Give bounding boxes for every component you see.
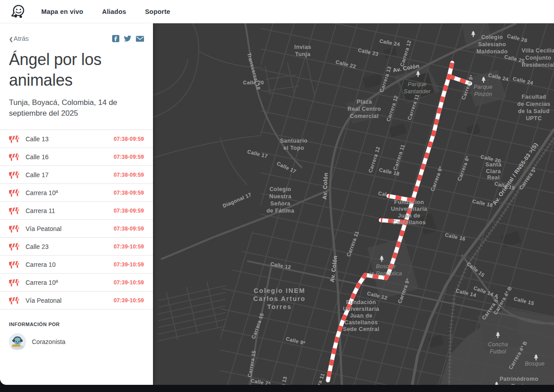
closure-street-name: Carrera 11 [26, 207, 113, 214]
closure-row[interactable]: Calle 1307:38-09:59 [0, 130, 153, 148]
road-closure-barrier-icon [9, 224, 20, 233]
closure-row[interactable]: Carrera 10ª07:38-09:59 [0, 184, 153, 202]
map-label: SantaClaraReal [485, 161, 502, 181]
road-closure-barrier-icon [9, 152, 20, 161]
closure-time-range: 07:38-09:59 [113, 208, 144, 214]
map-label: Calle 20 [243, 80, 264, 85]
nav-links: Mapa en vivo Aliados Soporte [41, 8, 170, 15]
road-closure-barrier-icon [9, 260, 20, 269]
closure-list: Calle 1307:38-09:59Calle 1607:38-09:59Ca… [0, 130, 153, 309]
closure-row[interactable]: Carrera 1107:38-09:59 [0, 202, 153, 220]
closure-time-range: 07:38-09:59 [113, 154, 144, 160]
email-icon[interactable] [136, 36, 144, 42]
road-closure-barrier-icon [9, 188, 20, 197]
road-closure-barrier-icon [9, 296, 20, 305]
closure-street-name: Carrera 10ª [26, 279, 113, 286]
road-closure-barrier-icon [9, 278, 20, 287]
road-closure-barrier-icon [9, 134, 20, 144]
event-location-date: Tunja, Boyacá, Colombia, 14 de septiembr… [9, 97, 144, 119]
closure-row[interactable]: Calle 1707:38-09:59 [0, 166, 153, 184]
closure-time-range: 07:39-10:59 [113, 297, 144, 304]
closure-time-range: 07:38-09:59 [113, 136, 144, 142]
bottom-bar [0, 385, 554, 392]
info-by-label: INFORMACIÓN POR [9, 322, 144, 327]
closure-row[interactable]: Carrera 1007:39-10:59 [0, 256, 153, 274]
info-provider-name: Corazonista [32, 338, 65, 345]
back-link[interactable]: ❮ Atrás [9, 35, 29, 42]
closure-street-name: Carrera 10ª [26, 189, 113, 196]
share-buttons [112, 35, 144, 42]
closure-street-name: Calle 17 [26, 171, 113, 179]
back-label: Atrás [13, 35, 29, 42]
road-closure-barrier-icon [9, 170, 20, 179]
road-closure-barrier-icon [9, 242, 20, 251]
road-closure-barrier-icon [9, 206, 20, 215]
closure-street-name: Calle 16 [26, 153, 113, 161]
map-label: Villa CeciliaConjuntoResidencial [522, 48, 554, 68]
closure-time-range: 07:38-09:59 [113, 226, 144, 232]
map-label: Bosque [525, 361, 545, 367]
closure-time-range: 07:39-10:59 [113, 279, 144, 286]
avatar [9, 333, 26, 350]
closure-street-name: Carrera 10 [26, 261, 113, 268]
event-sidebar: ❮ Atrás Ángel por los animales Tunja, Bo… [0, 23, 153, 385]
waze-logo-icon[interactable] [10, 3, 26, 20]
closure-time-range: 07:38-09:59 [113, 190, 144, 196]
top-navbar: Mapa en vivo Aliados Soporte [0, 0, 554, 23]
chevron-left-icon: ❮ [9, 36, 13, 42]
closure-time-range: 07:38-09:59 [113, 172, 144, 178]
closure-row[interactable]: Calle 1607:38-09:59 [0, 148, 153, 166]
closure-row[interactable]: Carrera 10ª07:39-10:59 [0, 274, 153, 292]
nav-link-mapa-en-vivo[interactable]: Mapa en vivo [41, 8, 83, 15]
closure-row[interactable]: Calle 2307:39-10:59 [0, 238, 153, 256]
closure-row[interactable]: Vía Peatonal07:39-10:59 [0, 292, 153, 309]
closure-row[interactable]: Vía Peatonal07:38-09:59 [0, 220, 153, 238]
page-title: Ángel por los animales [9, 49, 144, 91]
nav-link-aliados[interactable]: Aliados [102, 8, 126, 15]
waze-live-map-page: Mapa en vivo Aliados Soporte ❮ Atrás [0, 0, 554, 392]
closure-street-name: Calle 23 [26, 243, 113, 250]
facebook-icon[interactable] [112, 35, 119, 42]
closure-street-name: Calle 13 [26, 135, 113, 143]
nav-link-soporte[interactable]: Soporte [145, 8, 170, 15]
twitter-icon[interactable] [124, 35, 131, 42]
closure-time-range: 07:39-10:59 [113, 261, 144, 268]
info-section: INFORMACIÓN POR [0, 309, 153, 350]
map-canvas[interactable]: InviasTunjaCalle 23Calle 24Carrera 12Cal… [153, 23, 554, 385]
closure-street-name: Vía Peatonal [26, 297, 113, 304]
closure-time-range: 07:39-10:59 [113, 244, 144, 250]
closure-street-name: Vía Peatonal [26, 225, 113, 232]
